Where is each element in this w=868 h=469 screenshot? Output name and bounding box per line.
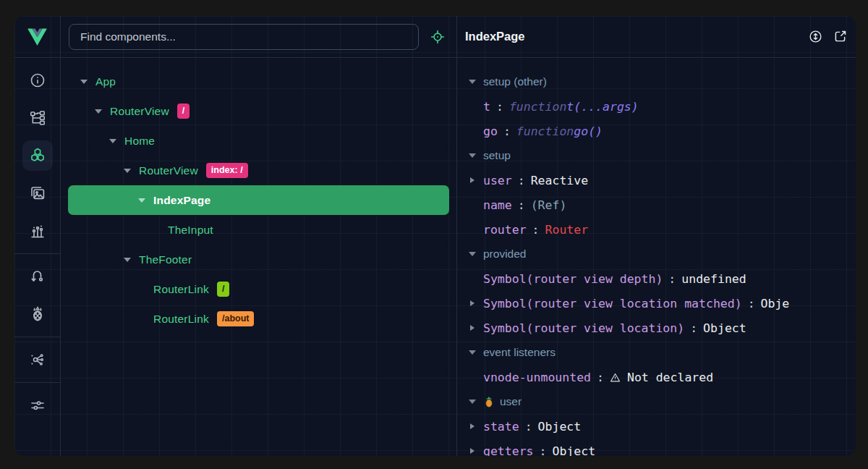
tree-row-home-2[interactable]: Home	[68, 126, 449, 156]
search-input[interactable]	[79, 30, 409, 44]
tree-row-theinput-5[interactable]: TheInput	[68, 215, 449, 245]
inspector-header: IndexPage	[457, 16, 856, 58]
sidebar-item-pages[interactable]	[14, 174, 61, 212]
tree-row-routerview-1[interactable]: RouterView/	[68, 96, 449, 126]
component-search[interactable]	[69, 24, 419, 50]
state-row-Symbol-router-view-depth-[interactable]: Symbol(router view depth):undefined	[457, 266, 856, 291]
sidebar	[14, 16, 61, 456]
state-row-t[interactable]: t:function t(...args)	[457, 94, 856, 119]
chevron-down-icon	[469, 153, 476, 158]
expand-arrow-icon[interactable]	[470, 177, 483, 183]
state-value: (Ref)	[531, 198, 567, 212]
state-row-state[interactable]: state:Object	[457, 414, 856, 439]
sidebar-nav	[14, 58, 60, 424]
tree-row-app-0[interactable]: App	[68, 67, 449, 96]
chevron-right-icon	[470, 448, 475, 454]
state-section-header-setup-other-[interactable]: setup (other)	[457, 69, 856, 94]
expand-arrow-icon[interactable]	[80, 80, 95, 84]
state-section-header-provided[interactable]: provided	[457, 242, 856, 266]
state-row-Symbol-router-view-location-matched-[interactable]: Symbol(router view location matched):Obj…	[457, 291, 856, 316]
state-value: Object	[703, 321, 746, 335]
component-name: RouterLink	[153, 283, 209, 296]
sidebar-item-hierarchy[interactable]	[14, 99, 61, 137]
component-name: RouterView	[139, 164, 198, 177]
state-key: Symbol(router view location matched)	[483, 297, 742, 310]
state-key: Symbol(router view depth)	[483, 272, 663, 286]
component-name: RouterLink	[153, 313, 209, 326]
sidebar-divider	[14, 382, 61, 383]
tree-row-indexpage-4[interactable]: IndexPage	[68, 185, 449, 215]
route-badge: /	[217, 282, 229, 297]
expand-arrow-icon[interactable]	[138, 198, 153, 203]
state-value: function	[516, 124, 574, 138]
state-section-header-event-listeners[interactable]: event listeners	[457, 340, 856, 365]
expand-arrow-icon[interactable]	[95, 109, 110, 114]
state-row-vnode-unmounted[interactable]: vnode-unmounted:Not declared	[457, 365, 856, 389]
sidebar-divider	[14, 253, 61, 254]
colon-separator: :	[503, 124, 511, 138]
graph-icon	[22, 345, 53, 375]
sidebar-item-router[interactable]	[14, 258, 61, 295]
tree-row-routerlink-7[interactable]: RouterLink/	[68, 274, 449, 304]
settings-icon	[22, 390, 53, 421]
state-value: Not declared	[627, 371, 713, 384]
route-badge: /	[177, 103, 190, 119]
tree-row-routerlink-8[interactable]: RouterLink/about	[68, 304, 449, 334]
inspect-component-button[interactable]	[427, 29, 448, 45]
inspector-panel: IndexPage	[457, 16, 856, 456]
state-section-header-setup[interactable]: setup	[457, 143, 856, 168]
sidebar-item-components[interactable]	[14, 137, 61, 174]
chevron-down-icon	[95, 109, 102, 114]
components-icon	[22, 140, 53, 171]
state-value: Obje	[761, 297, 790, 310]
sidebar-item-settings[interactable]	[14, 386, 61, 424]
state-row-router[interactable]: router:Router	[457, 217, 856, 242]
colon-separator: :	[668, 272, 676, 286]
state-value: Object	[538, 420, 582, 434]
expand-arrow-icon[interactable]	[109, 139, 124, 143]
state-value: Router	[545, 223, 589, 237]
chevron-down-icon	[124, 258, 131, 262]
chevron-right-icon	[470, 177, 475, 183]
vue-logo[interactable]	[14, 16, 60, 58]
sidebar-item-graph[interactable]	[14, 341, 61, 379]
state-key: Symbol(router view location)	[483, 321, 684, 335]
sidebar-item-pinia[interactable]	[14, 295, 61, 333]
state-row-user[interactable]: user:Reactive	[457, 168, 856, 193]
state-row-getters[interactable]: getters:Object	[457, 439, 856, 456]
state-value: undefined	[681, 272, 746, 286]
state-section-header-user[interactable]: user	[457, 389, 856, 414]
open-in-editor-button[interactable]	[833, 29, 848, 44]
state-key: router	[483, 223, 527, 237]
state-key: getters	[483, 444, 534, 457]
colon-separator: :	[525, 420, 532, 434]
sidebar-item-timeline[interactable]	[14, 212, 61, 250]
state-key: name	[483, 198, 512, 212]
devtools-panel: AppRouterView/HomeRouterViewindex: /Inde…	[14, 16, 856, 456]
component-name: TheFooter	[139, 253, 192, 266]
tree-row-thefooter-6[interactable]: TheFooter	[68, 245, 449, 274]
tree-row-routerview-3[interactable]: RouterViewindex: /	[68, 156, 449, 185]
expand-arrow-icon[interactable]	[124, 169, 139, 173]
scroll-to-component-button[interactable]	[808, 29, 823, 44]
state-key: user	[483, 174, 512, 187]
expand-arrow-icon[interactable]	[470, 448, 483, 454]
sidebar-item-overview[interactable]	[14, 62, 61, 99]
state-row-go[interactable]: go:function go()	[457, 119, 856, 143]
info-icon	[22, 65, 53, 96]
expand-arrow-icon[interactable]	[470, 325, 483, 331]
expand-arrow-icon[interactable]	[124, 258, 139, 262]
open-in-editor-icon	[833, 29, 848, 44]
state-key: go	[483, 124, 498, 138]
expand-arrow-icon[interactable]	[470, 423, 483, 429]
colon-separator: :	[597, 371, 604, 384]
component-name: TheInput	[168, 224, 213, 237]
inspector-actions	[808, 29, 848, 44]
pinia-store-icon	[483, 396, 495, 407]
route-badge: /about	[217, 311, 255, 326]
component-name: RouterView	[110, 105, 169, 118]
state-row-name[interactable]: name: (Ref)	[457, 193, 856, 217]
expand-arrow-icon[interactable]	[470, 300, 483, 306]
state-row-Symbol-router-view-location-[interactable]: Symbol(router view location):Object	[457, 316, 856, 340]
component-name: App	[95, 75, 116, 88]
